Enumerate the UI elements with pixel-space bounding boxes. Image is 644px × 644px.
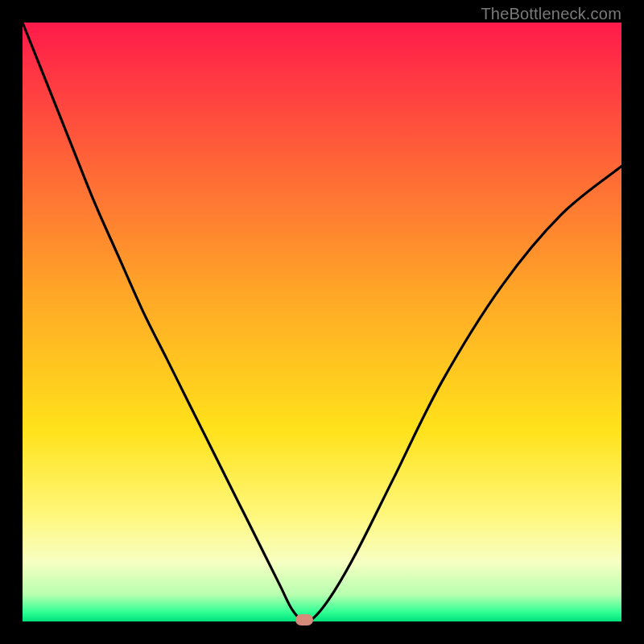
chart-frame: TheBottleneck.com xyxy=(0,0,644,644)
optimal-point-marker xyxy=(295,614,313,625)
watermark-text: TheBottleneck.com xyxy=(481,5,621,23)
bottleneck-curve xyxy=(23,23,621,621)
plot-area xyxy=(23,23,621,621)
